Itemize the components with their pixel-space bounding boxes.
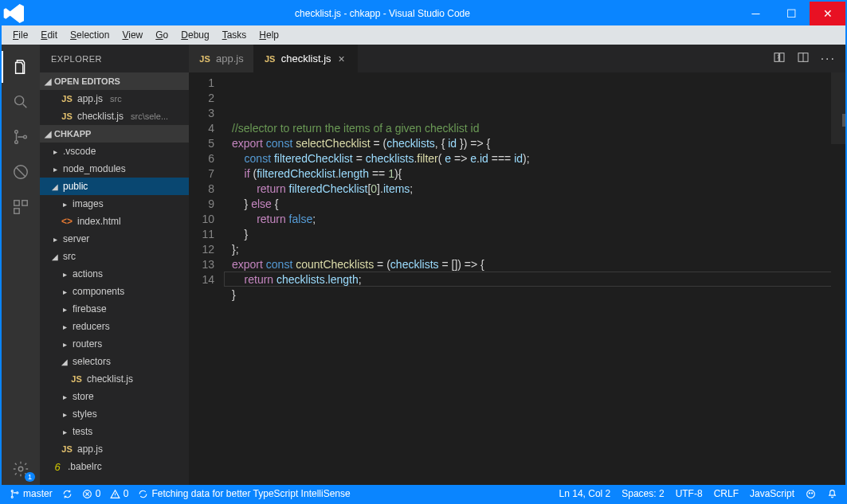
status-task-message[interactable]: Fetching data for better TypeScript Inte… [138, 488, 350, 499]
tree-folder[interactable]: ▸firebase [40, 300, 189, 318]
close-button[interactable]: ✕ [810, 2, 845, 25]
git-icon[interactable] [2, 121, 40, 153]
explorer-icon[interactable] [2, 51, 40, 83]
status-problems[interactable]: 0 0 [82, 488, 129, 499]
tree-folder[interactable]: ◢src [40, 248, 189, 265]
chevron-right-icon: ▸ [61, 270, 69, 279]
menu-file[interactable]: File [6, 28, 34, 42]
minimap-thumb[interactable] [831, 72, 845, 144]
tree-folder[interactable]: ▸server [40, 230, 189, 248]
open-editors-header[interactable]: ◢ OPEN EDITORS [40, 72, 189, 90]
code-editor[interactable]: 1234567891011121314 //selector to return… [189, 72, 845, 485]
project-header[interactable]: ◢ CHKAPP [40, 125, 189, 143]
tree-folder[interactable]: ▸images [40, 195, 189, 213]
menu-help[interactable]: Help [253, 28, 285, 42]
status-bell-icon[interactable] [827, 489, 837, 499]
status-indentation[interactable]: Spaces: 2 [622, 488, 664, 499]
open-editor-item[interactable]: JSchecklist.jssrc\sele... [40, 107, 189, 125]
menu-debug[interactable]: Debug [174, 28, 215, 42]
code-line[interactable]: } [232, 287, 845, 303]
status-language[interactable]: JavaScript [750, 488, 794, 499]
settings-gear-icon[interactable]: 1 [2, 453, 40, 485]
svg-point-1 [15, 131, 18, 134]
status-eol[interactable]: CRLF [714, 488, 739, 499]
tab-close-icon[interactable]: × [336, 53, 347, 65]
status-encoding[interactable]: UTF-8 [676, 488, 703, 499]
tree-folder[interactable]: ▸node_modules [40, 160, 189, 178]
maximize-button[interactable]: ☐ [774, 2, 810, 25]
section-label: CHKAPP [54, 129, 91, 139]
editor-tab[interactable]: JSchecklist.js× [254, 45, 358, 72]
tree-folder[interactable]: ▸actions [40, 265, 189, 283]
code-line[interactable]: if (filteredChecklist.length == 1){ [232, 166, 845, 182]
code-line[interactable]: //selector to return the items of a give… [232, 121, 845, 136]
chevron-right-icon: ▸ [51, 147, 59, 156]
file-name: checklist.js [77, 111, 124, 122]
svg-rect-6 [22, 201, 27, 205]
line-gutter: 1234567891011121314 [189, 72, 224, 485]
svg-rect-9 [774, 53, 778, 61]
chevron-right-icon: ▸ [61, 410, 69, 419]
tree-file[interactable]: JSchecklist.js [40, 370, 189, 388]
js-file-icon: JS [61, 111, 73, 121]
code-content[interactable]: //selector to return the items of a give… [224, 72, 845, 485]
settings-badge: 1 [25, 472, 35, 482]
compare-changes-icon[interactable] [773, 51, 786, 67]
folder-name: store [73, 391, 94, 402]
js-file-icon: JS [61, 444, 73, 454]
folder-name: firebase [73, 303, 107, 315]
svg-point-13 [11, 496, 13, 498]
menu-edit[interactable]: Edit [34, 28, 64, 42]
menu-tasks[interactable]: Tasks [216, 28, 253, 42]
code-line[interactable]: }; [232, 242, 845, 257]
chevron-right-icon: ▸ [61, 200, 69, 209]
editor-tab[interactable]: JSapp.js [189, 45, 254, 72]
tree-file[interactable]: <>index.html [40, 213, 189, 230]
status-git-branch[interactable]: master [10, 488, 53, 499]
more-actions-icon[interactable]: ··· [821, 52, 836, 66]
code-line[interactable]: return false; [232, 212, 845, 227]
folder-name: public [63, 181, 88, 192]
tree-folder[interactable]: ▸tests [40, 423, 189, 440]
folder-name: routers [73, 338, 102, 350]
status-sync-icon[interactable] [62, 489, 73, 499]
status-cursor-position[interactable]: Ln 14, Col 2 [559, 488, 611, 499]
status-feedback-icon[interactable] [806, 489, 816, 499]
window-title: checklist.js - chkapp - Visual Studio Co… [27, 2, 738, 25]
tree-folder[interactable]: ◢selectors [40, 353, 189, 370]
section-label: OPEN EDITORS [54, 76, 120, 86]
svg-point-3 [24, 135, 27, 139]
code-line[interactable]: return filteredChecklist[0].items; [232, 182, 845, 197]
tree-folder[interactable]: ◢public [40, 178, 189, 195]
extensions-icon[interactable] [2, 191, 40, 223]
folder-name: tests [73, 426, 92, 437]
debug-icon[interactable] [2, 156, 40, 188]
code-line[interactable]: export const countChecklists = (checklis… [232, 257, 845, 272]
minimap[interactable] [831, 72, 845, 485]
menu-selection[interactable]: Selection [64, 28, 116, 42]
open-editor-item[interactable]: JSapp.jssrc [40, 90, 189, 107]
code-line[interactable]: } else { [232, 197, 845, 212]
menu-go[interactable]: Go [149, 28, 174, 42]
tree-folder[interactable]: ▸components [40, 283, 189, 300]
split-editor-icon[interactable] [797, 51, 810, 67]
svg-point-8 [18, 467, 23, 471]
tree-folder[interactable]: ▸styles [40, 405, 189, 423]
folder-name: server [63, 233, 89, 244]
tree-file[interactable]: JSapp.js [40, 440, 189, 458]
code-line[interactable]: const filteredChecklist = checklists.fil… [232, 151, 845, 166]
tree-folder[interactable]: ▸store [40, 388, 189, 405]
tree-folder[interactable]: ▸.vscode [40, 143, 189, 160]
code-line[interactable]: } [232, 227, 845, 242]
tree-folder[interactable]: ▸routers [40, 335, 189, 353]
tree-folder[interactable]: ▸reducers [40, 318, 189, 335]
overview-ruler-mark [842, 114, 845, 127]
tree-file[interactable]: 6.babelrc [40, 458, 189, 475]
menu-view[interactable]: View [116, 28, 149, 42]
chevron-right-icon: ▸ [61, 393, 69, 401]
js-file-icon: JS [70, 374, 83, 384]
chevron-down-icon: ◢ [51, 252, 59, 261]
minimize-button[interactable]: ─ [738, 2, 774, 25]
search-icon[interactable] [2, 86, 40, 118]
code-line[interactable]: export const selectChecklist = (checklis… [232, 136, 845, 151]
